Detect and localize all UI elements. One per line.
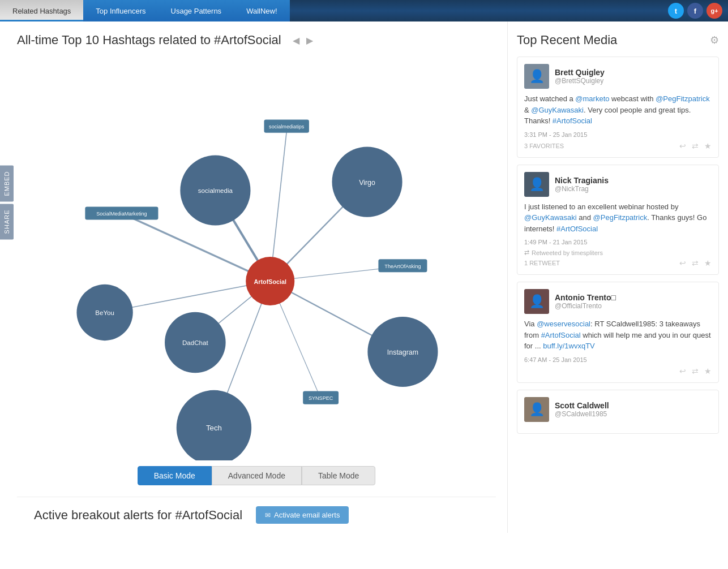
tweet-actions: ↩ ⇄ ★ [679, 258, 712, 268]
favorite-icon[interactable]: ★ [704, 141, 712, 150]
svg-text:Virgo: Virgo [359, 179, 375, 187]
mode-buttons: Basic Mode Advanced Mode Table Mode [17, 466, 496, 485]
favorite-icon[interactable]: ★ [704, 367, 712, 376]
tweet-header: 👤 Scott Caldwell @SCaldwell1985 [524, 397, 712, 422]
prev-arrow[interactable]: ◀ [290, 35, 302, 46]
svg-text:TheArtOfAsking: TheArtOfAsking [384, 264, 421, 269]
tweet-user-name: Nick Tragianis [555, 176, 609, 185]
tweet-user-handle: @NickTrag [555, 185, 609, 193]
tweet-body: Just watched a @marketo webcast with @Pe… [524, 93, 712, 127]
next-arrow[interactable]: ▶ [304, 35, 315, 46]
svg-text:Tech: Tech [206, 424, 222, 432]
panel-title: All-time Top 10 Hashtags related to #Art… [17, 33, 281, 48]
tab-label: Usage Patterns [171, 7, 222, 15]
svg-text:SYNSPEC: SYNSPEC [309, 395, 333, 401]
social-icons: t f g+ [668, 0, 728, 21]
network-viz: socialmediatips Virgo TheArtOfAsking Ins… [17, 53, 481, 460]
tweet-stats: 3 FAVORITES ↩ ⇄ ★ [524, 141, 712, 150]
retweet-icon[interactable]: ⇄ [692, 258, 699, 268]
google-icon[interactable]: g+ [706, 3, 722, 19]
retweet-info: ⇄ Retweeted by timespliters [524, 249, 712, 256]
tab-label: Wall [246, 7, 260, 15]
avatar: 👤 [524, 64, 549, 89]
tab-wall[interactable]: Wall New! [234, 0, 289, 21]
tweet-stats: ↩ ⇄ ★ [524, 367, 712, 376]
tweet-card: 👤 Antonio Trento□ @OfficialTrento Via @w… [517, 282, 719, 383]
tab-usage-patterns[interactable]: Usage Patterns [159, 0, 234, 21]
svg-line-8 [122, 213, 270, 281]
svg-text:DadChat: DadChat [182, 339, 208, 346]
tweet-link[interactable]: buff.ly/1wvxqTV [543, 342, 595, 350]
tab-related-hashtags[interactable]: Related Hashtags [0, 0, 83, 21]
envelope-icon: ✉ [265, 511, 271, 519]
tweet-user-handle: @SCaldwell1985 [555, 410, 609, 418]
tweet-stats: 1 RETWEET ↩ ⇄ ★ [524, 258, 712, 268]
tab-top-influencers[interactable]: Top Influencers [83, 0, 158, 21]
tweet-body: I just listened to an excellent webinar … [524, 201, 712, 235]
reply-icon[interactable]: ↩ [679, 141, 686, 150]
tweet-user-name: Scott Caldwell [555, 401, 609, 410]
retweet-icon[interactable]: ⇄ [692, 141, 699, 150]
network-svg: socialmediatips Virgo TheArtOfAsking Ins… [17, 53, 481, 460]
tweet-retweet-count: 1 RETWEET [524, 260, 560, 266]
retweet-icon[interactable]: ⇄ [692, 367, 699, 376]
tab-label: Related Hashtags [12, 7, 71, 15]
right-panel: Top Recent Media ⚙ 👤 Brett Quigley @Bret… [507, 21, 728, 533]
tweet-card: 👤 Brett Quigley @BrettSQuigley Just watc… [517, 57, 719, 158]
main-content: All-time Top 10 Hashtags related to #Art… [0, 21, 728, 533]
gear-icon[interactable]: ⚙ [710, 34, 719, 46]
breakout-section: Active breakout alerts for #ArtofSocial … [17, 497, 496, 533]
tweet-timestamp: 1:49 PM - 21 Jan 2015 [524, 239, 712, 245]
tweet-header: 👤 Nick Tragianis @NickTrag [524, 172, 712, 197]
panel-header: All-time Top 10 Hashtags related to #Art… [17, 33, 496, 48]
avatar: 👤 [524, 397, 549, 422]
avatar: 👤 [524, 289, 549, 314]
activate-button-label: Activate email alerts [274, 511, 340, 519]
advanced-mode-button[interactable]: Advanced Mode [212, 466, 302, 485]
tweet-timestamp: 3:31 PM - 25 Jan 2015 [524, 131, 712, 138]
top-nav: Related Hashtags Top Influencers Usage P… [0, 0, 728, 21]
tweet-card: 👤 Nick Tragianis @NickTrag I just listen… [517, 165, 719, 275]
tweet-user-name: Brett Quigley [555, 68, 605, 77]
share-button[interactable]: SHARE [0, 204, 14, 240]
tweet-card: 👤 Scott Caldwell @SCaldwell1985 [517, 390, 719, 434]
tweet-user-handle: @BrettSQuigley [555, 77, 605, 85]
svg-text:socialmediatips: socialmediatips [269, 124, 305, 130]
tweet-actions: ↩ ⇄ ★ [679, 141, 712, 150]
side-buttons: EMBED SHARE [0, 165, 14, 239]
favorite-icon[interactable]: ★ [704, 258, 712, 268]
svg-text:socialmedia: socialmedia [198, 187, 233, 194]
activate-email-alerts-button[interactable]: ✉ Activate email alerts [256, 506, 349, 524]
table-mode-button[interactable]: Table Mode [302, 466, 375, 485]
reply-icon[interactable]: ↩ [679, 367, 686, 376]
svg-text:SocialMediaMarketing: SocialMediaMarketing [96, 211, 147, 217]
breakout-title: Active breakout alerts for #ArtofSocial [34, 508, 242, 523]
tweet-header: 👤 Antonio Trento□ @OfficialTrento [524, 289, 712, 314]
tab-label: Top Influencers [96, 7, 145, 15]
tweet-timestamp: 6:47 AM - 25 Jan 2015 [524, 356, 712, 363]
tweet-body: Via @weservesocial: RT SCaldwell1985: 3 … [524, 318, 712, 352]
tweet-actions: ↩ ⇄ ★ [679, 367, 712, 376]
twitter-icon[interactable]: t [668, 3, 684, 19]
left-panel: All-time Top 10 Hashtags related to #Art… [0, 21, 507, 533]
new-badge: New! [260, 7, 277, 15]
svg-text:Instagram: Instagram [387, 348, 418, 356]
tweet-user-handle: @OfficialTrento [555, 302, 616, 310]
tweet-favorites: 3 FAVORITES [524, 143, 564, 149]
right-panel-header: Top Recent Media ⚙ [517, 33, 719, 48]
embed-button[interactable]: EMBED [0, 165, 14, 201]
right-panel-title: Top Recent Media [517, 33, 617, 48]
svg-text:BeYou: BeYou [95, 309, 114, 316]
svg-text:ArtofSocial: ArtofSocial [254, 278, 286, 285]
nav-arrows: ◀ ▶ [290, 35, 315, 46]
reply-icon[interactable]: ↩ [679, 258, 686, 268]
tweet-user-name: Antonio Trento□ [555, 293, 616, 302]
facebook-icon[interactable]: f [687, 3, 703, 19]
tweet-header: 👤 Brett Quigley @BrettSQuigley [524, 64, 712, 89]
basic-mode-button[interactable]: Basic Mode [138, 466, 212, 485]
avatar: 👤 [524, 172, 549, 197]
